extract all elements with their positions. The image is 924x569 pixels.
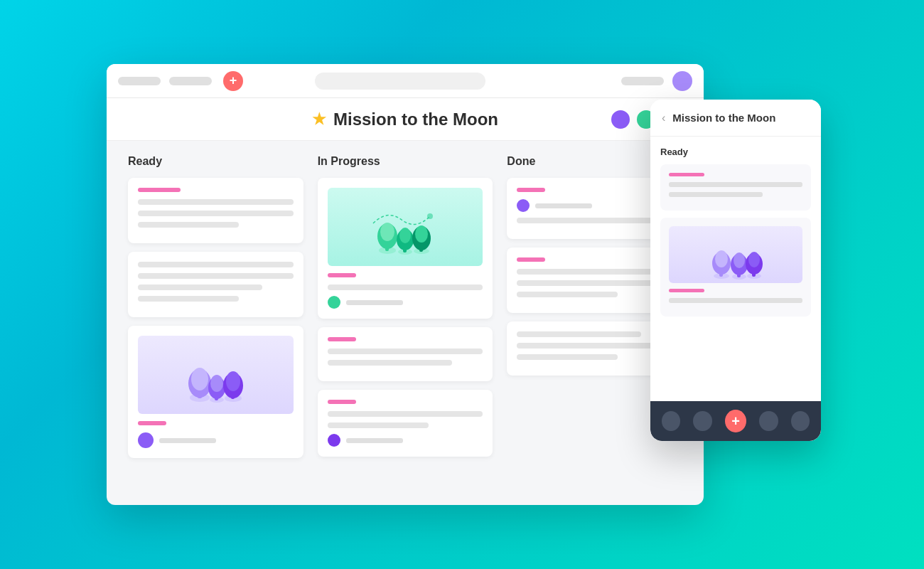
svg-point-12 [427,213,433,219]
mobile-card-image [669,226,802,283]
card-line [138,296,239,302]
browser-window: + ★ Mission to the Moon Ready [107,64,704,505]
card-tag [328,337,356,341]
bottom-nav-dot-2[interactable] [693,411,711,431]
card-line [328,360,452,366]
kanban-board: Ready [107,141,704,505]
mobile-header: ‹ Mission to the Moon [650,100,821,137]
card-avatar [517,199,530,212]
toolbar-pill-right [621,77,664,85]
mobile-body: Ready [650,137,821,401]
svg-point-28 [715,250,728,267]
card-line [517,343,672,349]
bottom-nav-dot-1[interactable] [662,411,680,431]
card-avatar [328,434,340,447]
card-line [517,331,641,337]
card-line [328,349,483,354]
bottom-nav-plus-button[interactable]: + [725,410,746,432]
toolbar-pill-2 [169,77,212,85]
card-line [138,262,294,267]
card-tag [328,273,356,277]
toolbar-plus-button[interactable]: + [223,71,243,91]
card-footer [328,296,483,309]
card-line [138,199,294,205]
card-footer [328,434,483,447]
card-line [138,284,262,290]
card-line [517,354,618,360]
browser-toolbar: + [107,64,704,98]
card-name-line [346,300,403,305]
mobile-title: Mission to the Moon [672,112,775,124]
mobile-line [669,182,802,187]
card-name-line [346,438,403,443]
mobile-panel: ‹ Mission to the Moon Ready [650,100,821,441]
column-ready: Ready [121,155,311,491]
table-row [128,252,303,317]
mobile-section-title: Ready [660,147,811,157]
card-line [517,280,672,286]
toolbar-search-bar[interactable] [315,73,485,90]
card-image-green [328,188,483,266]
card-tag [138,421,166,425]
mobile-card-tag [669,173,704,176]
bottom-nav-dot-4[interactable] [791,411,810,431]
card-tag [328,400,356,404]
table-row [128,178,303,243]
card-line [328,284,483,290]
list-item [660,218,811,317]
table-row [318,327,493,381]
card-tag [517,188,545,192]
mobile-line [669,298,802,303]
table-row [318,390,493,457]
mobile-card-tag [669,289,704,292]
card-line [138,222,239,228]
column-in-progress: In Progress [311,155,500,491]
table-row [318,178,493,319]
mobile-line [669,192,763,197]
card-line [517,218,672,223]
list-item [660,164,811,211]
star-icon: ★ [312,110,326,129]
avatar-1 [610,109,631,130]
back-button[interactable]: ‹ [662,112,665,124]
svg-point-24 [415,225,428,243]
card-line [517,269,672,275]
card-avatar [328,296,340,309]
mobile-bottom-bar: + [650,401,821,441]
svg-point-32 [734,252,745,268]
project-title-text: Mission to the Moon [333,110,498,129]
project-title: ★ Mission to the Moon [312,110,498,129]
card-line [328,411,483,417]
card-name-line [159,438,216,443]
bottom-nav-dot-3[interactable] [759,411,778,431]
svg-point-20 [399,228,411,243]
card-line [138,211,294,216]
card-image-purple [138,336,294,414]
card-tag [517,257,545,262]
column-in-progress-title: In Progress [318,155,493,168]
svg-point-16 [380,223,394,241]
svg-point-36 [748,252,760,267]
card-line [328,422,429,428]
toolbar-avatar [672,71,692,91]
card-line [138,273,294,279]
project-header: ★ Mission to the Moon [107,98,704,141]
column-ready-title: Ready [128,155,303,168]
svg-point-7 [210,375,223,392]
card-tag [138,188,181,192]
card-footer [138,432,294,448]
card-avatar [138,432,154,448]
svg-point-3 [191,368,208,390]
toolbar-pill-1 [118,77,161,85]
card-line [517,292,618,297]
card-name-line [535,203,592,208]
svg-point-11 [226,371,240,391]
table-row [128,326,303,458]
